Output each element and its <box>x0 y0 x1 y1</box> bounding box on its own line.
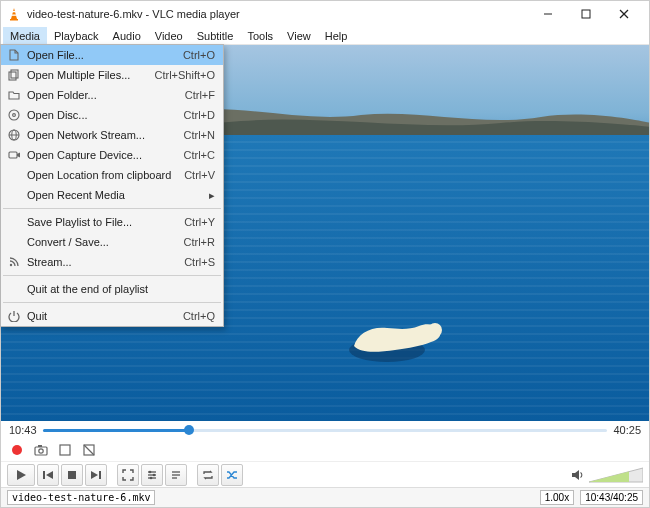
menu-item-shortcut: Ctrl+N <box>184 129 215 141</box>
menu-separator <box>3 208 221 209</box>
menu-item-quit-at-the-end-of-playlist[interactable]: Quit at the end of playlist <box>1 279 223 299</box>
blank-icon <box>7 282 21 296</box>
svg-point-28 <box>150 476 153 479</box>
quit-icon <box>7 309 21 323</box>
svg-rect-2 <box>12 11 16 12</box>
svg-point-10 <box>12 445 22 455</box>
svg-point-26 <box>149 470 152 473</box>
menu-item-label: Open Multiple Files... <box>27 69 142 81</box>
svg-rect-1 <box>10 19 18 21</box>
vlc-cone-icon <box>7 7 21 21</box>
menu-item-shortcut: Ctrl+C <box>184 149 215 161</box>
svg-rect-36 <box>11 70 18 78</box>
volume-slider[interactable] <box>589 466 643 484</box>
menu-item-open-location-from-clipboard[interactable]: Open Location from clipboardCtrl+V <box>1 165 223 185</box>
menu-item-label: Open Capture Device... <box>27 149 172 161</box>
loop-a-button[interactable] <box>55 441 75 459</box>
svg-rect-14 <box>60 445 70 455</box>
menu-video[interactable]: Video <box>148 27 190 44</box>
menu-item-stream[interactable]: Stream...Ctrl+S <box>1 252 223 272</box>
speaker-icon <box>571 468 585 482</box>
snapshot-button[interactable] <box>31 441 51 459</box>
svg-rect-35 <box>9 72 16 80</box>
fullscreen-button[interactable] <box>117 464 139 486</box>
menu-playback[interactable]: Playback <box>47 27 106 44</box>
network-icon <box>7 128 21 142</box>
files-icon <box>7 68 21 82</box>
menu-item-open-disc[interactable]: Open Disc...Ctrl+D <box>1 105 223 125</box>
stop-button[interactable] <box>61 464 83 486</box>
menu-tools[interactable]: Tools <box>240 27 280 44</box>
menu-item-convert-save[interactable]: Convert / Save...Ctrl+R <box>1 232 223 252</box>
menu-item-label: Quit <box>27 310 171 322</box>
menu-subtitle[interactable]: Subtitle <box>190 27 241 44</box>
status-speed[interactable]: 1.00x <box>540 490 574 505</box>
shuffle-button[interactable] <box>221 464 243 486</box>
menu-item-label: Quit at the end of playlist <box>27 283 203 295</box>
menu-item-shortcut: Ctrl+Y <box>184 216 215 228</box>
svg-point-38 <box>13 114 16 117</box>
menu-help[interactable]: Help <box>318 27 355 44</box>
svg-marker-32 <box>572 470 579 480</box>
menu-view[interactable]: View <box>280 27 318 44</box>
file-icon <box>7 48 21 62</box>
svg-point-37 <box>9 110 19 120</box>
menu-item-shortcut: Ctrl+Q <box>183 310 215 322</box>
volume-control[interactable] <box>571 466 643 484</box>
menu-item-shortcut: Ctrl+Shift+O <box>154 69 215 81</box>
menu-media[interactable]: Media <box>3 27 47 44</box>
minimize-button[interactable] <box>529 1 567 27</box>
menu-item-open-recent-media[interactable]: Open Recent Media▸ <box>1 185 223 205</box>
time-elapsed: 10:43 <box>9 424 37 436</box>
svg-rect-3 <box>12 15 17 16</box>
menu-item-open-network-stream[interactable]: Open Network Stream...Ctrl+N <box>1 125 223 145</box>
blank-icon <box>7 188 21 202</box>
svg-marker-19 <box>46 471 53 479</box>
playlist-button[interactable] <box>165 464 187 486</box>
menu-item-label: Convert / Save... <box>27 236 172 248</box>
status-time[interactable]: 10:43/40:25 <box>580 490 643 505</box>
next-button[interactable] <box>85 464 107 486</box>
svg-rect-22 <box>99 471 101 479</box>
record-button[interactable] <box>7 441 27 459</box>
maximize-button[interactable] <box>567 1 605 27</box>
loop-b-button[interactable] <box>79 441 99 459</box>
svg-rect-13 <box>38 445 42 447</box>
menu-item-shortcut: Ctrl+O <box>183 49 215 61</box>
close-button[interactable] <box>605 1 643 27</box>
seek-slider[interactable] <box>43 425 608 435</box>
menu-item-label: Open Disc... <box>27 109 172 121</box>
window-title: video-test-nature-6.mkv - VLC media play… <box>27 8 529 20</box>
time-total: 40:25 <box>613 424 641 436</box>
svg-rect-5 <box>582 10 590 18</box>
capture-icon <box>7 148 21 162</box>
menu-item-open-multiple-files[interactable]: Open Multiple Files...Ctrl+Shift+O <box>1 65 223 85</box>
menu-item-label: Open Folder... <box>27 89 173 101</box>
statusbar: video-test-nature-6.mkv 1.00x 10:43/40:2… <box>1 487 649 507</box>
stream-icon <box>7 255 21 269</box>
prev-button[interactable] <box>37 464 59 486</box>
blank-icon <box>7 235 21 249</box>
extended-settings-button[interactable] <box>141 464 163 486</box>
menu-separator <box>3 302 221 303</box>
menu-audio[interactable]: Audio <box>106 27 148 44</box>
menu-item-shortcut: Ctrl+V <box>184 169 215 181</box>
menu-item-label: Save Playlist to File... <box>27 216 172 228</box>
play-button[interactable] <box>7 464 35 486</box>
menu-item-quit[interactable]: QuitCtrl+Q <box>1 306 223 326</box>
menu-item-save-playlist-to-file[interactable]: Save Playlist to File...Ctrl+Y <box>1 212 223 232</box>
svg-rect-20 <box>68 471 76 479</box>
disc-icon <box>7 108 21 122</box>
menu-item-open-capture-device[interactable]: Open Capture Device...Ctrl+C <box>1 145 223 165</box>
svg-point-27 <box>153 473 156 476</box>
folder-icon <box>7 88 21 102</box>
menu-item-label: Open Recent Media <box>27 189 193 201</box>
blank-icon <box>7 215 21 229</box>
loop-button[interactable] <box>197 464 219 486</box>
svg-marker-21 <box>91 471 98 479</box>
polar-bear <box>339 306 459 366</box>
svg-rect-42 <box>9 152 17 158</box>
menu-item-open-folder[interactable]: Open Folder...Ctrl+F <box>1 85 223 105</box>
menu-item-open-file[interactable]: Open File...Ctrl+O <box>1 45 223 65</box>
menu-item-shortcut: Ctrl+D <box>184 109 215 121</box>
